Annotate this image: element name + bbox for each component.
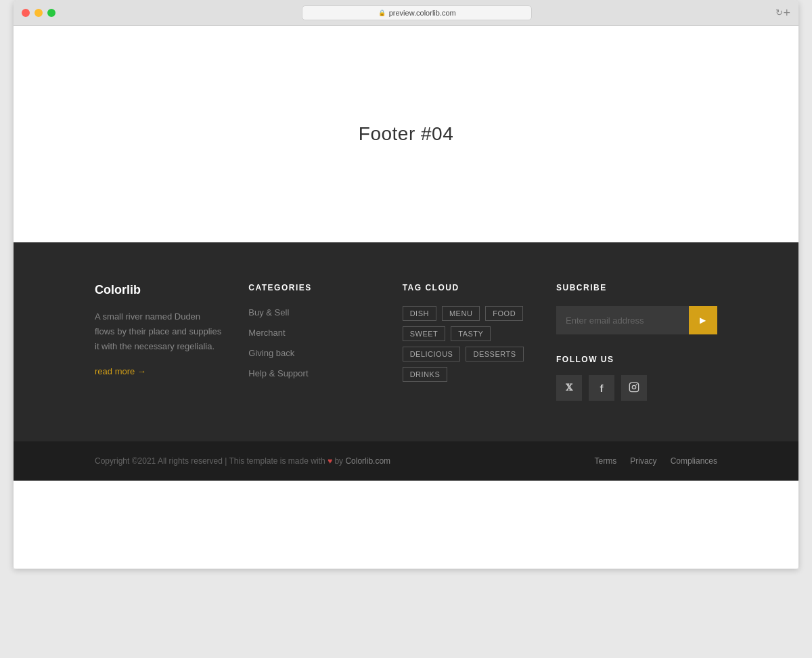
instagram-icon[interactable] [621,375,647,401]
minimize-button[interactable] [35,9,43,17]
category-link-merchant[interactable]: Merchant [248,328,285,338]
list-item: Help & Support [248,367,375,379]
list-item: Giving back [248,347,375,359]
category-link-help[interactable]: Help & Support [248,368,308,378]
page-top-area: Footer #04 [14,26,798,242]
svg-point-1 [632,385,635,389]
subscribe-title: SUBCRIBE [556,283,717,292]
twitter-icon[interactable]: 𝕏 [556,375,582,401]
footer-bottom-bar: Copyright ©2021 All rights reserved | Th… [14,441,798,481]
url-display[interactable]: 🔒 preview.colorlib.com [302,5,532,20]
tag-dish[interactable]: DISH [403,306,436,321]
legal-links: Terms Privacy Compliances [595,456,717,466]
footer-tags-column: TAG CLOUD DISH MENU FOOD SWEET TASTY DEL… [403,283,529,401]
footer-brand: Colorlib [95,283,221,297]
tag-drinks[interactable]: DRINKS [403,367,448,382]
heart-icon: ♥ [328,456,332,466]
follow-us-title: FOLLOW US [556,355,717,364]
browser-content: Footer #04 Colorlib A small river named … [14,26,798,569]
tag-desserts[interactable]: DESSERTS [466,347,523,361]
list-item: Buy & Sell [248,306,375,318]
subscribe-button[interactable]: ▶ [689,306,717,334]
footer-about-column: Colorlib A small river named Duden flows… [95,283,221,401]
send-icon: ▶ [700,315,706,325]
url-bar: 🔒 preview.colorlib.com [64,5,770,20]
categories-title: CATEGORIES [248,283,375,292]
footer-main-grid: Colorlib A small river named Duden flows… [68,283,744,441]
close-button[interactable] [22,9,30,17]
copyright-main: Copyright ©2021 All rights reserved | Th… [95,456,325,466]
maximize-button[interactable] [47,9,55,17]
url-text: preview.colorlib.com [389,9,456,17]
list-item: Merchant [248,326,375,338]
category-link-buy-sell[interactable]: Buy & Sell [248,307,289,317]
svg-rect-0 [629,382,638,391]
tag-menu[interactable]: MENU [442,306,480,321]
copyright-text: Copyright ©2021 All rights reserved | Th… [95,456,390,466]
footer: Colorlib A small river named Duden flows… [14,242,798,481]
facebook-icon[interactable]: f [589,375,614,401]
browser-buttons [22,9,55,17]
refresh-icon[interactable]: ↻ [775,7,783,18]
page-title: Footer #04 [359,123,453,145]
colorlib-link[interactable]: Colorlib.com [345,456,390,466]
tag-tasty[interactable]: TASTY [451,326,491,341]
tag-cloud-title: TAG CLOUD [403,283,529,292]
footer-about-text: A small river named Duden flows by their… [95,309,221,354]
tag-delicious[interactable]: DELICIOUS [403,347,461,361]
social-icons: 𝕏 f [556,375,717,401]
footer-bottom-inner: Copyright ©2021 All rights reserved | Th… [68,456,744,466]
privacy-link[interactable]: Privacy [630,456,656,466]
footer-subscribe-column: SUBCRIBE ▶ FOLLOW US 𝕏 f [556,283,717,401]
terms-link[interactable]: Terms [595,456,617,466]
tag-cloud: DISH MENU FOOD SWEET TASTY DELICIOUS DES… [403,306,529,382]
svg-point-2 [636,385,637,385]
subscribe-form: ▶ [556,306,717,334]
categories-list: Buy & Sell Merchant Giving back Help & S… [248,306,375,379]
lock-icon: 🔒 [378,9,386,16]
by-text: by [334,456,343,466]
add-tab-button[interactable]: + [783,7,790,19]
read-more-link[interactable]: read more → [95,366,146,376]
email-input[interactable] [556,306,689,334]
category-link-giving-back[interactable]: Giving back [248,348,294,358]
page-bottom-area [14,481,798,569]
browser-window: 🔒 preview.colorlib.com ↻ + Footer #04 Co… [14,0,798,569]
compliances-link[interactable]: Compliances [671,456,717,466]
footer-categories-column: CATEGORIES Buy & Sell Merchant Giving ba… [248,283,375,401]
tag-sweet[interactable]: SWEET [403,326,446,341]
browser-titlebar: 🔒 preview.colorlib.com ↻ + [14,0,798,26]
tag-food[interactable]: FOOD [485,306,523,321]
